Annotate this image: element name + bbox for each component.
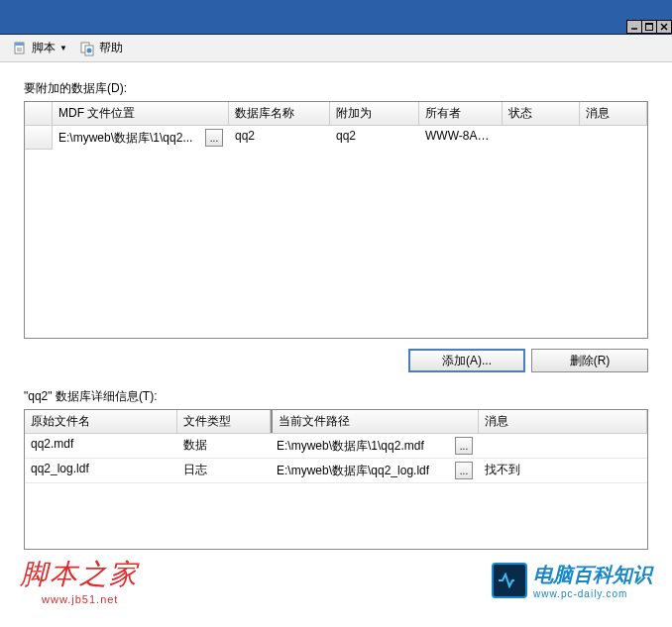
watermark-jb51-url: www.jb51.net	[42, 593, 118, 605]
watermark-pcdaily: 电脑百科知识 www.pc-daily.com	[492, 562, 652, 599]
maximize-button[interactable]	[641, 20, 657, 34]
browse-button[interactable]: ...	[455, 462, 473, 479]
cur-path-cell[interactable]: E:\myweb\数据库\qq2_log.ldf	[277, 463, 429, 479]
col-message[interactable]: 消息	[479, 410, 647, 433]
pcdaily-logo-icon	[492, 563, 527, 598]
mdf-path-cell: E:\myweb\数据库\1\qq2...	[58, 130, 202, 147]
db-details-label: "qq2" 数据库详细信息(T):	[24, 388, 648, 405]
databases-grid[interactable]: MDF 文件位置 数据库名称 附加为 所有者 状态 消息 E:\myweb\数据…	[24, 101, 648, 339]
col-attach-as[interactable]: 附加为	[330, 102, 419, 125]
attachas-cell[interactable]: qq2	[330, 126, 419, 150]
file-type-cell: 数据	[177, 434, 271, 458]
close-button[interactable]	[656, 20, 672, 34]
owner-cell[interactable]: WWW-8AEF...	[419, 126, 503, 150]
help-button[interactable]: 帮助	[75, 38, 127, 58]
file-type-cell: 日志	[177, 459, 271, 482]
toolbar: 脚本 ▼ 帮助	[0, 35, 672, 62]
details-grid[interactable]: 原始文件名 文件类型 当前文件路径 消息 qq2.mdf 数据 E:\myweb…	[24, 409, 648, 550]
col-orig-filename[interactable]: 原始文件名	[25, 410, 177, 433]
col-mdf-location[interactable]: MDF 文件位置	[53, 102, 229, 125]
help-icon	[79, 41, 95, 56]
orig-name-cell: qq2.mdf	[25, 434, 177, 458]
col-current-path[interactable]: 当前文件路径	[271, 410, 479, 433]
cur-path-cell[interactable]: E:\myweb\数据库\1\qq2.mdf	[277, 438, 424, 455]
table-row[interactable]: qq2_log.ldf 日志 E:\myweb\数据库\qq2_log.ldf …	[25, 459, 647, 483]
databases-to-attach-label: 要附加的数据库(D):	[24, 80, 648, 97]
message-cell	[580, 126, 647, 150]
svg-point-11	[86, 48, 91, 52]
col-status[interactable]: 状态	[503, 102, 580, 125]
col-message[interactable]: 消息	[580, 102, 647, 125]
col-file-type[interactable]: 文件类型	[177, 410, 271, 433]
col-owner[interactable]: 所有者	[419, 102, 503, 125]
message-cell	[479, 434, 647, 458]
dbname-cell[interactable]: qq2	[229, 126, 330, 150]
script-button[interactable]: 脚本 ▼	[8, 38, 71, 58]
browse-button[interactable]: ...	[455, 437, 473, 455]
add-button[interactable]: 添加(A)...	[408, 349, 525, 372]
remove-button[interactable]: 删除(R)	[531, 349, 648, 372]
table-row[interactable]: qq2.mdf 数据 E:\myweb\数据库\1\qq2.mdf ...	[25, 434, 647, 459]
window-titlebar	[0, 0, 672, 35]
message-cell: 找不到	[479, 459, 647, 482]
grid-header: MDF 文件位置 数据库名称 附加为 所有者 状态 消息	[25, 102, 647, 126]
watermark-jb51: 脚本之家	[20, 556, 139, 593]
browse-button[interactable]: ...	[205, 129, 223, 147]
help-label: 帮助	[99, 40, 123, 56]
status-cell	[503, 126, 580, 150]
script-icon	[12, 41, 28, 56]
dropdown-arrow-icon: ▼	[59, 44, 67, 52]
minimize-button[interactable]	[626, 20, 642, 34]
grid-header: 原始文件名 文件类型 当前文件路径 消息	[25, 410, 647, 434]
row-handle[interactable]	[25, 126, 53, 150]
svg-rect-6	[15, 43, 24, 46]
col-db-name[interactable]: 数据库名称	[229, 102, 330, 125]
orig-name-cell: qq2_log.ldf	[25, 459, 177, 482]
script-label: 脚本	[32, 40, 56, 56]
table-row[interactable]: E:\myweb\数据库\1\qq2... ... qq2 qq2 WWW-8A…	[25, 126, 647, 150]
